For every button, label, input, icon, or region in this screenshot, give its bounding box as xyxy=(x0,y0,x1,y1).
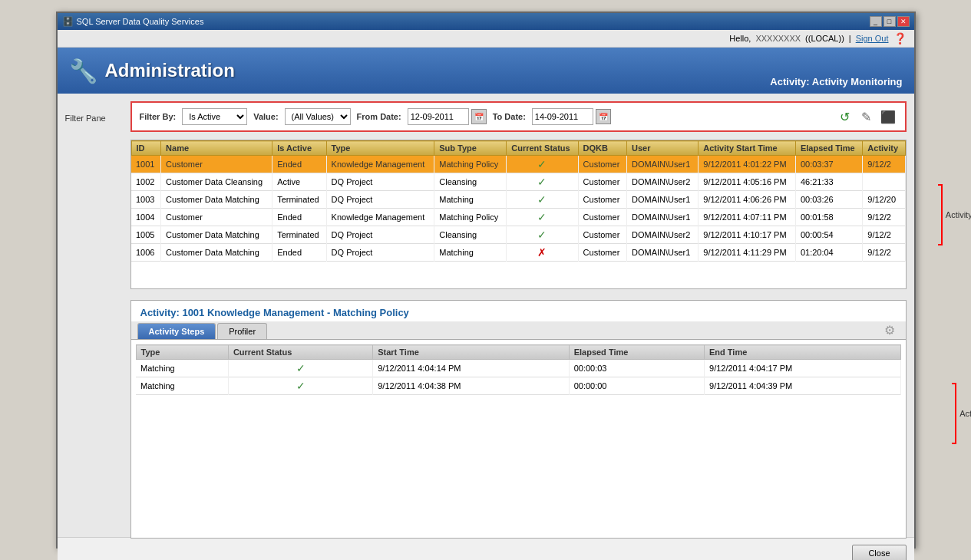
detail-cell-status: ✓ xyxy=(228,360,372,377)
cell-type: Knowledge Management xyxy=(326,156,434,173)
app-icon: 🗄️ xyxy=(62,16,74,27)
minimize-button[interactable]: _ xyxy=(870,16,882,27)
cell-starttime: 9/12/2011 4:06:26 PM xyxy=(699,191,796,209)
cell-dqkb: Customer xyxy=(578,226,626,244)
to-date-calendar-button[interactable]: 📅 xyxy=(596,109,611,124)
table-row[interactable]: Matching ✓ 9/12/2011 4:04:38 PM 00:00:00… xyxy=(136,377,900,395)
col-name: Name xyxy=(161,141,272,156)
cell-status: ✓ xyxy=(507,173,578,191)
filter-by-select[interactable]: Is Active All Ended Terminated xyxy=(182,108,247,125)
tab-activity-steps[interactable]: Activity Steps xyxy=(137,323,216,339)
app-title: Administration xyxy=(105,60,235,81)
tabs-row: Activity Steps Profiler ⚙ xyxy=(131,321,906,340)
status-check-icon: ✓ xyxy=(537,193,547,206)
cell-activity: 9/12/2 xyxy=(863,244,905,262)
detail-cell-type: Matching xyxy=(136,377,228,395)
cell-subtype: Cleansing xyxy=(434,226,507,244)
col-type: Type xyxy=(326,141,434,156)
bottom-bar: Close xyxy=(58,537,914,560)
detail-cell-elapsed: 00:00:00 xyxy=(569,377,704,395)
from-date-calendar-button[interactable]: 📅 xyxy=(471,109,487,124)
col-id: ID xyxy=(131,141,161,156)
to-date-input[interactable] xyxy=(532,108,593,125)
activity-grid-container[interactable]: ID Name Is Active Type Sub Type Current … xyxy=(130,140,907,289)
edit-button[interactable]: ✎ xyxy=(857,107,876,126)
from-date-input-group: 📅 xyxy=(408,108,487,125)
detail-pane-outer: Activity: 1001 Knowledge Management - Ma… xyxy=(130,294,907,532)
cell-dqkb: Customer xyxy=(578,173,626,191)
signout-link[interactable]: Sign Out xyxy=(856,34,889,43)
detail-grid-bracket xyxy=(952,383,956,444)
cell-dqkb: Customer xyxy=(578,156,626,173)
cell-status: ✓ xyxy=(507,209,578,226)
toolbar-icons: ↺ ✎ ⬛ xyxy=(836,107,897,126)
settings-icon[interactable]: ⚙ xyxy=(880,321,900,339)
cell-dqkb: Customer xyxy=(578,244,626,262)
activity-table-header: ID Name Is Active Type Sub Type Current … xyxy=(131,141,905,156)
cell-activity: 9/12/2 xyxy=(863,209,905,226)
help-icon[interactable]: ❓ xyxy=(893,32,907,44)
cell-isactive: Ended xyxy=(272,156,326,173)
close-window-button[interactable]: ✕ xyxy=(897,16,910,27)
cell-isactive: Terminated xyxy=(272,226,326,244)
close-button[interactable]: Close xyxy=(852,545,906,561)
cell-elapsed: 00:01:58 xyxy=(795,209,862,226)
table-row[interactable]: 1002 Customer Data Cleansing Active DQ P… xyxy=(131,173,905,191)
from-date-input[interactable] xyxy=(408,108,469,125)
cell-status: ✗ xyxy=(507,244,578,262)
activity-table-body: 1001 Customer Ended Knowledge Management… xyxy=(131,156,905,262)
maximize-button[interactable]: □ xyxy=(883,16,896,27)
table-row[interactable]: 1003 Customer Data Matching Terminated D… xyxy=(131,191,905,209)
cell-id: 1001 xyxy=(131,156,161,173)
detail-grid-label: Activity Details Grid xyxy=(959,409,971,418)
detail-pane: Activity: 1001 Knowledge Management - Ma… xyxy=(130,300,907,539)
filter-pane-label: Filter Pane xyxy=(65,114,130,123)
detail-cell-endtime: 9/12/2011 4:04:17 PM xyxy=(705,360,900,377)
col-starttime: Activity Start Time xyxy=(699,141,796,156)
table-row[interactable]: 1001 Customer Ended Knowledge Management… xyxy=(131,156,905,173)
table-row[interactable]: 1006 Customer Data Matching Ended DQ Pro… xyxy=(131,244,905,262)
table-row[interactable]: 1004 Customer Ended Knowledge Management… xyxy=(131,209,905,226)
table-row[interactable]: Matching ✓ 9/12/2011 4:04:14 PM 00:00:03… xyxy=(136,360,900,377)
cell-starttime: 9/12/2011 4:01:22 PM xyxy=(699,156,796,173)
detail-cell-endtime: 9/12/2011 4:04:39 PM xyxy=(705,377,900,395)
detail-status-check-icon: ✓ xyxy=(296,380,306,392)
cell-type: DQ Project xyxy=(326,226,434,244)
status-check-icon: ✓ xyxy=(537,211,547,223)
detail-status-check-icon: ✓ xyxy=(296,362,306,374)
detail-col-endtime: End Time xyxy=(705,345,900,360)
activity-grid-outer: ID Name Is Active Type Sub Type Current … xyxy=(130,140,907,289)
detail-cell-starttime: 9/12/2011 4:04:14 PM xyxy=(373,360,569,377)
activity-grid-row: ID Name Is Active Type Sub Type Current … xyxy=(65,140,907,289)
hello-text: Hello, xyxy=(729,34,751,43)
header-area: 🔧 Administration Activity: Activity Moni… xyxy=(58,48,914,94)
table-row[interactable]: 1005 Customer Data Matching Terminated D… xyxy=(131,226,905,244)
cell-id: 1005 xyxy=(131,226,161,244)
cell-id: 1006 xyxy=(131,244,161,262)
value-select[interactable]: (All Values) Active Ended Terminated xyxy=(285,108,351,125)
cell-status: ✓ xyxy=(507,156,578,173)
refresh-button[interactable]: ↺ xyxy=(836,107,854,126)
col-elapsed: Elapsed Time xyxy=(795,141,862,156)
cell-type: DQ Project xyxy=(326,191,434,209)
cell-activity xyxy=(863,173,905,191)
tab-profiler[interactable]: Profiler xyxy=(217,323,267,339)
cell-subtype: Cleansing xyxy=(434,173,507,191)
status-check-icon: ✓ xyxy=(537,229,547,241)
cell-isactive: Active xyxy=(272,173,326,191)
cell-name: Customer Data Matching xyxy=(161,191,272,209)
window-title: SQL Server Data Quality Services xyxy=(77,17,204,26)
separator: | xyxy=(849,34,851,43)
top-bar: Hello, XXXXXXXX ((LOCAL)) | Sign Out ❓ xyxy=(58,30,914,48)
main-window: 🗄️ SQL Server Data Quality Services _ □ … xyxy=(56,12,916,548)
cell-starttime: 9/12/2011 4:05:16 PM xyxy=(699,173,796,191)
cell-name: Customer Data Cleansing xyxy=(161,173,272,191)
col-user: User xyxy=(626,141,698,156)
status-check-icon: ✓ xyxy=(537,158,547,170)
detail-title: Activity: 1001 Knowledge Management - Ma… xyxy=(131,301,906,321)
detail-table-body: Matching ✓ 9/12/2011 4:04:14 PM 00:00:03… xyxy=(136,360,900,395)
cell-elapsed: 01:20:04 xyxy=(795,244,862,262)
export-button[interactable]: ⬛ xyxy=(879,107,897,126)
detail-cell-elapsed: 00:00:03 xyxy=(569,360,704,377)
cell-activity: 9/12/20 xyxy=(863,191,905,209)
